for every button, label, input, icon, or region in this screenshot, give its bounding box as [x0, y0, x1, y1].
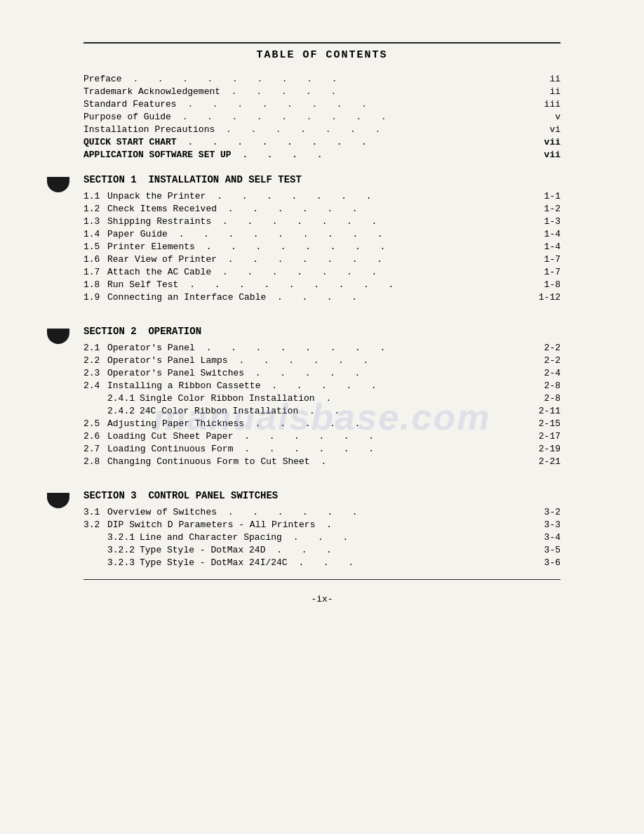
preface-label: Preface [83, 74, 122, 84]
num-2-7: 2.7 [83, 444, 107, 454]
dots-2-5: . . . . . [247, 418, 532, 429]
top-rule [83, 42, 561, 44]
entry-1-7: 1.7 Attach the AC Cable . . . . . . . 1-… [83, 267, 561, 277]
num-1-3: 1.3 [83, 216, 107, 227]
entry-3-2: 3.2 DIP Switch D Parameters - All Printe… [83, 519, 561, 530]
entry-purpose: Purpose of Guide . . . . . . . . . v [83, 112, 561, 122]
purpose-page: v [535, 112, 561, 122]
preface-page: ii [535, 74, 561, 84]
page-2-5: 2-15 [535, 418, 561, 429]
inst-prec-dots: . . . . . . . [217, 124, 532, 135]
label-1-1: Unpack the Printer [107, 191, 206, 201]
label-2-4-2: 24C Color Ribbon Installation [140, 406, 298, 416]
dots-2-4-1: . [318, 393, 532, 404]
num-1-1: 1.1 [83, 191, 107, 201]
section3-tab [47, 493, 69, 508]
page-1-5: 1-4 [535, 241, 561, 252]
num-2-1: 2.1 [83, 343, 107, 353]
section2-header: SECTION 2 OPERATION [83, 326, 561, 337]
entry-2-8: 2.8 Changing Continuous Form to Cut Shee… [83, 456, 561, 467]
label-2-1: Operator's Panel [107, 343, 195, 353]
app-software-page: vii [535, 150, 561, 160]
trademark-dots: . . . . . [223, 86, 532, 97]
label-2-7: Loading Continuous Form [107, 444, 233, 454]
entry-2-5: 2.5 Adjusting Paper Thickness . . . . . … [83, 418, 561, 429]
standard-page: iii [535, 99, 561, 110]
label-1-4: Paper Guide [107, 229, 168, 239]
dots-3-2-2: . . . [268, 545, 532, 555]
section2-tab [47, 329, 69, 344]
label-1-3: Shipping Restraints [107, 216, 211, 227]
section3-header: SECTION 3 CONTROL PANEL SWITCHES [83, 490, 561, 501]
entry-1-2: 1.2 Check Items Received . . . . . . 1-2 [83, 204, 561, 214]
trademark-page: ii [535, 86, 561, 97]
entry-2-2: 2.2 Operator's Panel Lamps . . . . . . 2… [83, 355, 561, 366]
quick-start-label: QUICK START CHART [83, 137, 177, 147]
entry-3-2-1: 3.2.1 Line and Character Spacing . . . 3… [107, 532, 561, 543]
page-1-9: 1-12 [535, 292, 561, 303]
label-2-5: Adjusting Paper Thickness [107, 418, 244, 429]
label-2-2: Operator's Panel Lamps [107, 355, 228, 366]
label-3-2-2: Type Style - DotMax 24D [140, 545, 265, 555]
entry-2-7: 2.7 Loading Continuous Form . . . . . . … [83, 444, 561, 454]
page-3-1: 3-2 [535, 507, 561, 517]
num-1-7: 1.7 [83, 267, 107, 277]
label-1-5: Printer Elements [107, 241, 195, 252]
dots-1-8: . . . . . . . . . [181, 279, 532, 290]
dots-2-4: . . . . . [263, 380, 532, 391]
spacer2 [83, 469, 561, 476]
page-2-7: 2-19 [535, 444, 561, 454]
dots-3-2-1: . . . [285, 532, 532, 543]
entry-3-2-2: 3.2.2 Type Style - DotMax 24D . . . 3-5 [107, 545, 561, 555]
num-2-4: 2.4 [83, 380, 107, 391]
dots-1-4: . . . . . . . . . [170, 229, 532, 239]
section2-block: SECTION 2 OPERATION 2.1 Operator's Panel… [83, 326, 561, 467]
page-1-1: 1-1 [535, 191, 561, 201]
preface-entries: Preface . . . . . . . . . ii Trademark A… [83, 74, 561, 160]
dots-1-6: . . . . . . . [220, 254, 532, 265]
page-2-4-2: 2-11 [535, 406, 561, 416]
purpose-label: Purpose of Guide [83, 112, 171, 122]
num-2-2: 2.2 [83, 355, 107, 366]
num-1-5: 1.5 [83, 241, 107, 252]
dots-1-5: . . . . . . . . [198, 241, 532, 252]
dots-1-3: . . . . . . . [214, 216, 532, 227]
standard-label: Standard Features [83, 99, 177, 110]
dots-1-1: . . . . . . . [208, 191, 532, 201]
page-inner: TABLE OF CONTENTS Preface . . . . . . . … [83, 42, 561, 604]
num-2-8: 2.8 [83, 456, 107, 467]
purpose-dots: . . . . . . . . . [174, 112, 532, 122]
dots-2-8: . [313, 456, 532, 467]
section1-block: SECTION 1 INSTALLATION AND SELF TEST 1.1… [83, 174, 561, 303]
dots-2-7: . . . . . . [236, 444, 532, 454]
quick-start-page: vii [535, 137, 561, 147]
label-1-7: Attach the AC Cable [107, 267, 211, 277]
num-1-9: 1.9 [83, 292, 107, 303]
dots-3-2: . [318, 519, 532, 530]
entry-app-software: APPLICATION SOFTWARE SET UP . . . . vii [83, 150, 561, 160]
page-3-2: 3-3 [535, 519, 561, 530]
label-3-2-3: Type Style - DotMax 24I/24C [140, 557, 288, 568]
dots-3-1: . . . . . . [220, 507, 532, 517]
inst-prec-label: Installation Precautions [83, 124, 215, 135]
bottom-rule [83, 579, 561, 580]
label-1-6: Rear View of Printer [107, 254, 217, 265]
page-1-6: 1-7 [535, 254, 561, 265]
entry-3-1: 3.1 Overview of Switches . . . . . . 3-2 [83, 507, 561, 517]
page-2-1: 2-2 [535, 343, 561, 353]
page-3-2-3: 3-6 [535, 557, 561, 568]
entry-preface: Preface . . . . . . . . . ii [83, 74, 561, 84]
spacer1 [83, 305, 561, 312]
num-3-2-1: 3.2.1 [107, 532, 140, 543]
entry-1-9: 1.9 Connecting an Interface Cable . . . … [83, 292, 561, 303]
entry-1-4: 1.4 Paper Guide . . . . . . . . . 1-4 [83, 229, 561, 239]
label-2-4-1: Single Color Ribbon Installation [140, 393, 315, 404]
page-2-8: 2-21 [535, 456, 561, 467]
page-2-4: 2-8 [535, 380, 561, 391]
num-3-2-2: 3.2.2 [107, 545, 140, 555]
num-1-4: 1.4 [83, 229, 107, 239]
page-1-3: 1-3 [535, 216, 561, 227]
label-3-2: DIP Switch D Parameters - All Printers [107, 519, 315, 530]
num-2-5: 2.5 [83, 418, 107, 429]
section1-header: SECTION 1 INSTALLATION AND SELF TEST [83, 174, 561, 185]
